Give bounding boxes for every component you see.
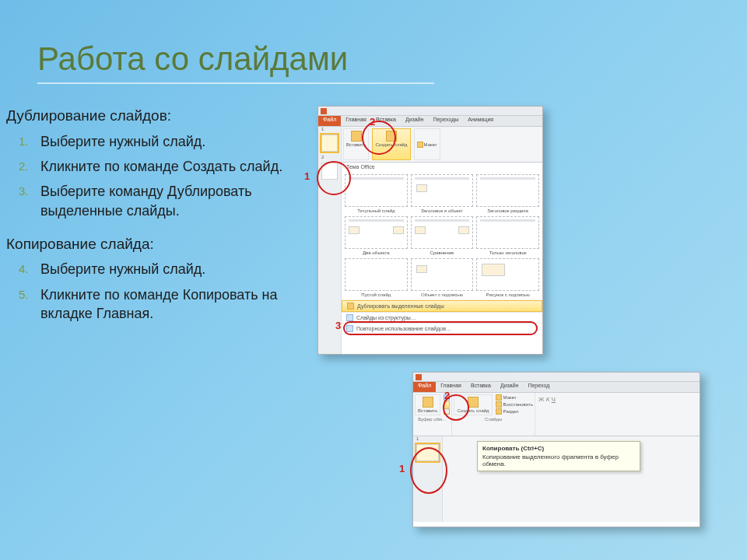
list-item: Выберите команду Дублировать выделенные …	[40, 182, 317, 220]
page-title: Работа со слайдами	[37, 40, 434, 84]
section1-list: Выберите нужный слайд. Кликните по коман…	[6, 132, 317, 220]
duplicate-icon	[347, 303, 354, 310]
gallery-header: Тема Office	[342, 163, 542, 171]
list-item: Выберите нужный слайд.	[40, 260, 317, 278]
duplicate-slides-item[interactable]: Дублировать выделенные слайды	[342, 300, 542, 312]
ribbon-tabs: Файл Главная Вставка Дизайн Переход	[413, 382, 700, 393]
annotation-circle-2	[362, 121, 396, 155]
tab-file[interactable]: Файл	[413, 382, 436, 392]
tooltip-body: Копирование выделенного фрагмента в буфе…	[482, 453, 635, 467]
section2-heading: Копирование слайда:	[6, 234, 317, 254]
annotation-circle-1	[410, 447, 447, 494]
tab-design[interactable]: Дизайн	[401, 116, 429, 126]
ribbon-tabs: Файл Главная Вставка Дизайн Переходы Ани…	[318, 116, 542, 127]
paste-button[interactable]: Вставить	[415, 394, 440, 415]
list-item: Выберите нужный слайд.	[40, 132, 317, 151]
paste-icon	[351, 131, 362, 142]
tab-transitions[interactable]: Переходы	[428, 116, 463, 126]
tab-insert[interactable]: Вставка	[466, 382, 496, 392]
layout-icon	[417, 142, 423, 148]
layout-option[interactable]	[345, 174, 408, 207]
layout-option[interactable]	[345, 258, 408, 291]
screenshot-duplicate-slide: Файл Главная Вставка Дизайн Переходы Ани…	[317, 106, 543, 355]
layout-button[interactable]: Макет	[414, 128, 440, 160]
screenshot-copy-slide: Файл Главная Вставка Дизайн Переход Вста…	[412, 372, 700, 527]
annotation-number-1: 1	[399, 463, 405, 474]
layout-option[interactable]	[411, 174, 474, 207]
copy-tooltip: Копировать (Ctrl+C) Копирование выделенн…	[477, 441, 640, 471]
annotation-circle-3	[343, 321, 538, 335]
section2-list: Выберите нужный слайд. Кликните по коман…	[6, 260, 317, 323]
layout-option[interactable]	[411, 216, 474, 249]
paste-icon	[423, 397, 433, 408]
layout-option[interactable]	[476, 216, 539, 249]
group-label-clipboard: Буфер обм…	[418, 417, 447, 422]
tab-transitions[interactable]: Переход	[523, 382, 554, 392]
tooltip-title: Копировать (Ctrl+C)	[482, 445, 635, 452]
outline-icon	[346, 314, 353, 321]
layout-gallery: Титульный слайд Заголовок и объект Загол…	[342, 171, 542, 300]
layout-option[interactable]	[476, 258, 539, 291]
app-icon	[321, 108, 327, 114]
annotation-number-2: 2	[444, 390, 450, 401]
window-titlebar	[318, 107, 542, 116]
list-item: Кликните по команде Копировать на вкладк…	[40, 285, 317, 324]
tab-home[interactable]: Главная	[436, 382, 466, 392]
layout-icon[interactable]	[496, 394, 502, 401]
new-slide-icon	[468, 397, 479, 408]
section1-heading: Дублирование слайдов:	[6, 106, 317, 126]
annotation-circle-1	[317, 161, 351, 195]
window-titlebar	[413, 373, 700, 382]
annotation-number-1: 1	[304, 170, 310, 182]
section-icon[interactable]	[496, 408, 502, 415]
text-column: Дублирование слайдов: Выберите нужный сл…	[6, 106, 317, 337]
slide-canvas: Копировать (Ctrl+C) Копирование выделенн…	[443, 436, 700, 522]
layout-option[interactable]	[345, 216, 408, 249]
app-icon	[416, 374, 422, 380]
thumbnail-1[interactable]	[321, 135, 338, 152]
slide: Работа со слайдами Дублирование слайдов:…	[0, 0, 747, 560]
tab-animation[interactable]: Анимация	[463, 116, 498, 126]
reset-icon[interactable]	[496, 401, 502, 408]
layout-option[interactable]	[476, 174, 539, 207]
tab-file[interactable]: Файл	[318, 116, 341, 126]
tab-design[interactable]: Дизайн	[496, 382, 524, 392]
group-label-slides: Слайды	[485, 417, 502, 422]
layout-option[interactable]	[411, 258, 474, 291]
annotation-number-3: 3	[335, 320, 341, 331]
annotation-number-2: 2	[370, 116, 375, 128]
list-item: Кликните по команде Создать слайд.	[40, 157, 317, 176]
